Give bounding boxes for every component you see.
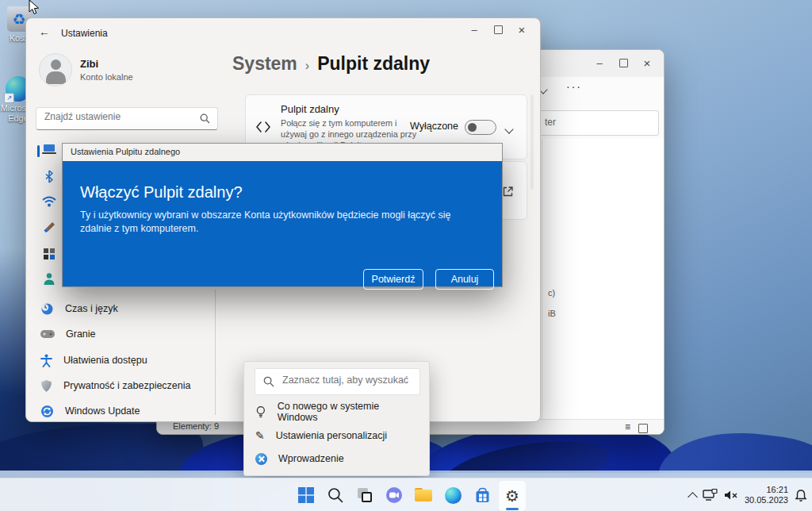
- flyout-item-personalization[interactable]: ✎ Ustawienia personalizacji: [255, 425, 419, 446]
- flyout-item-whats-new[interactable]: Co nowego w systemie Windows: [255, 402, 419, 422]
- flyout-item-get-started[interactable]: Wprowadzenie: [255, 448, 419, 469]
- list-view-icon[interactable]: ≡: [625, 421, 630, 432]
- sidebar-item-time-language[interactable]: Czas i język: [34, 298, 239, 320]
- gear-icon: ⚙: [505, 488, 519, 504]
- close-button[interactable]: ×: [510, 20, 534, 39]
- nav-selected-indicator: [37, 145, 40, 157]
- sidebar-item-personalization[interactable]: [43, 221, 56, 237]
- mouse-cursor: [29, 0, 40, 17]
- maximize-button[interactable]: [611, 53, 635, 72]
- flyout-item-label: Ustawienia personalizacji: [276, 430, 387, 441]
- explorer-text-fragment: iB: [548, 309, 556, 318]
- sync-icon: [40, 405, 54, 418]
- store-icon: [474, 487, 491, 504]
- avatar[interactable]: [39, 53, 72, 86]
- edge-button[interactable]: [439, 480, 466, 510]
- apps-icon: [43, 248, 56, 260]
- system-icon: [42, 143, 56, 156]
- breadcrumb-root[interactable]: System: [232, 53, 297, 75]
- explorer-search-text: ter: [545, 117, 556, 128]
- flyout-item-label: Co nowego w systemie Windows: [278, 401, 419, 423]
- folder-icon: [415, 488, 432, 502]
- settings-taskbar-button[interactable]: ⚙: [498, 480, 527, 511]
- breadcrumb-separator: ›: [305, 59, 309, 73]
- task-view-icon: [356, 486, 373, 504]
- desktop: ♻ Kosz ↗ Microsoft Edge – × ··· ter c) i…: [0, 0, 812, 511]
- tray-time: 16:21: [745, 485, 788, 495]
- person-icon: [43, 272, 56, 286]
- more-button[interactable]: ···: [566, 80, 582, 93]
- sidebar-item-accessibility[interactable]: Ułatwienia dostępu: [34, 349, 239, 371]
- dialog-heading: Włączyć Pulpit zdalny?: [80, 183, 243, 202]
- cancel-button[interactable]: Anuluj: [435, 269, 494, 290]
- taskbar-center-icons: ⚙: [293, 480, 527, 511]
- sidebar-item-gaming[interactable]: Granie: [34, 323, 239, 345]
- volume-muted-icon[interactable]: [724, 489, 738, 501]
- recycle-icon: ♻: [12, 10, 25, 28]
- search-icon: [327, 487, 343, 503]
- sidebar-item-system[interactable]: [42, 143, 56, 159]
- task-view-button[interactable]: [351, 480, 378, 510]
- start-button[interactable]: [293, 480, 320, 510]
- sidebar-item-network[interactable]: [42, 196, 56, 210]
- minimize-button[interactable]: –: [588, 53, 611, 72]
- clock[interactable]: 16:21 30.05.2023: [745, 485, 788, 505]
- external-link-icon: [502, 186, 514, 198]
- sidebar-item-accounts[interactable]: [43, 272, 56, 289]
- flyout-search-box[interactable]: [255, 368, 420, 395]
- chat-icon: [385, 486, 403, 504]
- explorer-search-box[interactable]: ter: [538, 110, 659, 136]
- maximize-button[interactable]: [486, 20, 510, 39]
- tray-chevron-up-icon[interactable]: [688, 492, 698, 502]
- minimize-button[interactable]: –: [462, 20, 486, 39]
- flyout-item-label: Wprowadzenie: [278, 453, 344, 464]
- user-account-type: Konto lokalne: [80, 72, 133, 82]
- sidebar-item-apps[interactable]: [43, 248, 56, 263]
- card-title: Pulpit zdalny: [281, 103, 339, 115]
- sidebar-item-bluetooth[interactable]: [44, 170, 55, 186]
- remote-desktop-toggle[interactable]: [465, 120, 496, 135]
- settings-search-input[interactable]: [43, 110, 189, 123]
- windows-logo-icon: [297, 486, 315, 504]
- page-title: Pulpit zdalny: [317, 53, 430, 75]
- sidebar-item-label: Czas i język: [65, 303, 118, 314]
- flyout-search-input[interactable]: [281, 374, 417, 386]
- tray-date: 30.05.2023: [745, 495, 788, 505]
- system-tray: 16:21 30.05.2023: [689, 478, 807, 511]
- confirm-button[interactable]: Potwierdź: [363, 269, 423, 290]
- taskbar: ⚙ 16:21 30.05.2023: [0, 478, 812, 511]
- sidebar-item-label: Ułatwienia dostępu: [63, 355, 147, 366]
- explorer-status-text: Elementy: 9: [173, 421, 219, 431]
- chat-button[interactable]: [381, 480, 408, 510]
- accessibility-icon: [40, 354, 52, 367]
- search-flyout: Co nowego w systemie Windows ✎ Ustawieni…: [243, 361, 430, 476]
- bluetooth-icon: [44, 170, 55, 183]
- brush-icon: [43, 221, 56, 234]
- close-button[interactable]: ×: [635, 53, 659, 72]
- edge-icon: [445, 487, 462, 504]
- notification-bell-icon[interactable]: [795, 489, 807, 502]
- shield-icon: [40, 379, 52, 393]
- network-icon[interactable]: [703, 489, 718, 501]
- sidebar-item-label: Windows Update: [65, 405, 140, 417]
- settings-caption-buttons: – ×: [462, 20, 534, 39]
- file-explorer-button[interactable]: [410, 480, 437, 510]
- chevron-down-icon[interactable]: [540, 82, 546, 96]
- chevron-down-icon[interactable]: [506, 121, 512, 136]
- dialog-title: Ustawienia Pulpitu zdalnego: [71, 147, 180, 156]
- explorer-caption-buttons: – ×: [588, 53, 659, 72]
- sidebar-item-privacy[interactable]: Prywatność i zabezpieczenia: [34, 375, 239, 397]
- get-started-icon: [255, 453, 267, 465]
- back-icon[interactable]: ←: [39, 25, 50, 38]
- store-button[interactable]: [469, 480, 496, 510]
- sidebar-item-label: Granie: [66, 328, 96, 340]
- grid-view-icon[interactable]: [638, 422, 648, 436]
- taskbar-search-button[interactable]: [322, 480, 349, 510]
- explorer-text-fragment: c): [548, 288, 555, 298]
- lightbulb-icon: [255, 405, 266, 419]
- remote-desktop-icon: [255, 121, 271, 133]
- settings-search-box[interactable]: [36, 107, 218, 130]
- content-scroll-hint: [530, 94, 534, 190]
- sidebar-item-windows-update[interactable]: Windows Update: [34, 400, 239, 422]
- search-icon: [200, 113, 210, 124]
